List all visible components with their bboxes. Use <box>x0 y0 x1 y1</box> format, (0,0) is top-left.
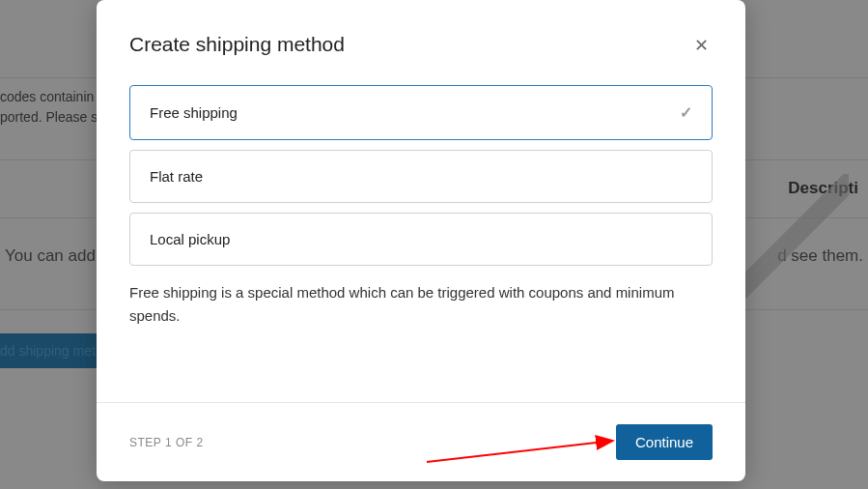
option-local-pickup[interactable]: Local pickup <box>129 213 713 266</box>
option-description: Free shipping is a special method which … <box>129 281 713 328</box>
modal-footer: STEP 1 OF 2 Continue <box>97 402 745 481</box>
close-button[interactable]: ✕ <box>690 33 713 58</box>
step-indicator: STEP 1 OF 2 <box>129 436 204 449</box>
option-label: Flat rate <box>150 168 203 185</box>
continue-button[interactable]: Continue <box>616 424 713 460</box>
modal-body: Free shipping ✓ Flat rate Local pickup F… <box>97 58 745 402</box>
close-icon: ✕ <box>694 36 709 55</box>
option-free-shipping[interactable]: Free shipping ✓ <box>129 85 713 140</box>
modal-header: Create shipping method ✕ <box>97 0 745 58</box>
option-flat-rate[interactable]: Flat rate <box>129 150 713 203</box>
modal-title: Create shipping method <box>129 33 345 56</box>
option-label: Free shipping <box>150 104 238 121</box>
create-shipping-method-modal: Create shipping method ✕ Free shipping ✓… <box>97 0 745 481</box>
check-icon: ✓ <box>680 103 692 122</box>
option-label: Local pickup <box>150 231 230 247</box>
